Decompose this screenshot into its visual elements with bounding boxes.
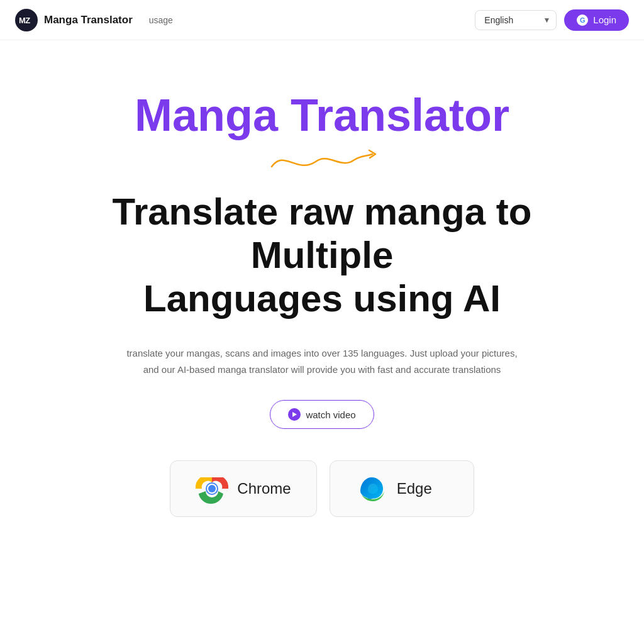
google-icon: G [577,14,588,26]
login-label: Login [593,14,616,25]
login-button[interactable]: G Login [564,9,629,31]
logo-icon: MZ [15,9,38,31]
logo-letters: MZ [16,9,37,31]
header: MZ Manga Translator usage English Japane… [0,0,644,40]
main-content: Manga Translator Translate raw manga to … [0,40,644,555]
svg-text:MZ: MZ [19,16,30,25]
chrome-label: Chrome [237,480,291,497]
language-selector[interactable]: English Japanese Chinese Korean Spanish … [475,10,557,30]
edge-button[interactable]: Edge [330,460,474,517]
header-right: English Japanese Chinese Korean Spanish … [475,9,629,31]
browser-buttons: Chrome [170,460,474,517]
chrome-icon [196,472,228,505]
hero-title: Manga Translator [135,91,509,140]
watch-video-label: watch video [306,409,355,420]
hero-description: translate your mangas, scans and images … [121,345,523,377]
squiggle-decoration [259,143,385,180]
app-name: Manga Translator [44,14,133,26]
hero-subtitle-line1: Translate raw manga to Multiple [113,191,532,276]
watch-video-button[interactable]: watch video [270,400,374,429]
chrome-button[interactable]: Chrome [170,460,316,517]
language-select[interactable]: English Japanese Chinese Korean Spanish … [475,10,557,30]
hero-subtitle-line2: Languages using AI [143,277,501,319]
edge-icon [355,472,388,505]
svg-point-4 [208,485,216,492]
play-triangle [292,412,297,417]
play-icon [288,408,301,421]
hero-subtitle: Translate raw manga to Multiple Language… [39,190,605,320]
usage-link[interactable]: usage [149,15,173,25]
edge-label: Edge [397,480,432,497]
logo-area: MZ Manga Translator usage [15,9,173,31]
